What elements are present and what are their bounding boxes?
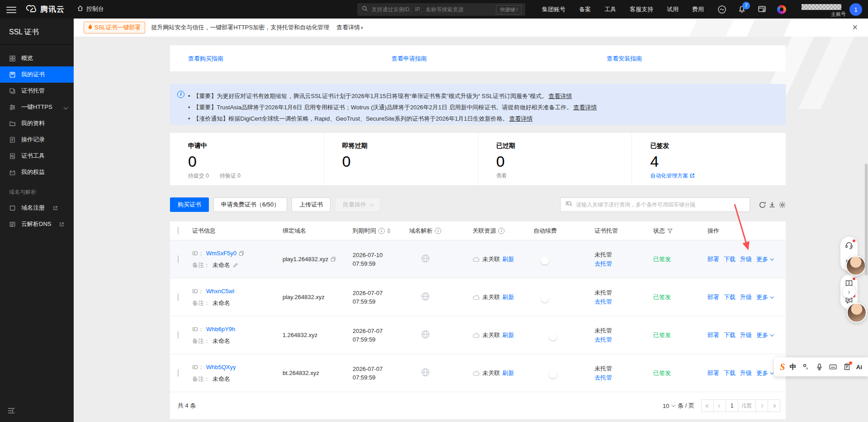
masked-username[interactable] [802,4,841,10]
buy-cert-button[interactable]: 购买证书 [170,197,209,212]
ime-ai-button[interactable]: Ai [856,364,862,370]
user-avatar[interactable]: 1 [849,3,862,16]
assistant-avatar[interactable] [847,303,867,323]
select-all-checkbox[interactable] [178,227,179,234]
console-settings-icon[interactable] [757,5,767,14]
refresh-link[interactable]: 刷新 [502,293,514,301]
handwriting-icon[interactable] [801,362,810,371]
sidebar-item-my-benefits[interactable]: 我的权益 [0,164,74,180]
download-link[interactable]: 下载 [724,255,736,263]
copy-icon[interactable] [239,251,244,256]
sidebar-item-overview[interactable]: 概览 [0,50,74,66]
buy-guide-link[interactable]: 查看购买指南 [188,55,223,63]
hamburger-menu-icon[interactable] [6,5,16,13]
table-row[interactable]: ID：Whb5QXyy 备注：未命名 bt.264832.xyz 2026-07… [170,354,786,392]
upgrade-link[interactable]: 升级 [740,331,752,339]
keyboard-icon[interactable] [829,362,838,371]
current-page[interactable]: 1 [726,399,738,412]
refresh-link[interactable]: 刷新 [502,369,514,377]
nav-icp[interactable]: 备案 [579,5,591,14]
more-link[interactable]: 更多 [756,255,773,263]
download-link[interactable]: 下载 [724,331,736,339]
notification-bell-icon[interactable]: 7 [737,5,747,14]
deploy-link[interactable]: 部署 [708,331,719,339]
notice-detail-link[interactable]: 查看详情 [548,93,572,99]
global-search[interactable]: 快捷键 / [357,3,525,16]
sidebar-item-cert-hosting[interactable]: 证书托管 [0,83,74,99]
page-size-select[interactable]: 10 [663,403,674,409]
to-host-link[interactable]: 去托管 [594,259,653,268]
banner-badge[interactable]: SSL证书一键部署 [84,22,145,33]
sidebar-item-one-click-https[interactable]: 一键HTTPS [0,99,74,115]
download-link[interactable]: 下载 [724,369,736,377]
row-checkbox[interactable] [178,293,179,301]
row-checkbox[interactable] [178,331,179,339]
to-host-link[interactable]: 去托管 [594,297,653,306]
copy-icon[interactable] [330,257,336,262]
close-icon[interactable]: ✕ [852,23,858,32]
promo-pinwheel-icon[interactable] [777,5,787,14]
info-icon[interactable]: i [498,228,505,234]
more-link[interactable]: 更多 [756,331,773,339]
globe-icon[interactable] [421,371,430,378]
row-checkbox[interactable] [178,255,179,263]
to-host-link[interactable]: 去托管 [594,335,653,344]
settings-gear-icon[interactable] [778,200,787,209]
edit-pencil-icon[interactable] [233,263,238,268]
view-expired-link[interactable]: 查看 [496,172,507,180]
globe-icon[interactable] [421,295,430,302]
vertical-scrollbar[interactable] [865,164,868,276]
apply-guide-link[interactable]: 查看申请指南 [392,55,427,63]
sidebar-item-domain-register[interactable]: 域名注册 [0,200,74,216]
table-row[interactable]: ID：WhxnC5wl 备注：未命名 play.264832.xyz 2026-… [170,278,786,316]
prev-page-button[interactable] [713,399,726,412]
info-icon[interactable]: i [435,228,441,234]
notice-detail-link[interactable]: 查看详情 [573,104,597,111]
sogou-logo-icon[interactable]: S [780,362,785,372]
globe-icon[interactable] [421,258,430,264]
tencent-cloud-logo[interactable]: 腾讯云 [25,4,65,14]
sidebar-item-dns[interactable]: 云解析DNS [0,216,74,232]
sidebar-item-my-profile[interactable]: 我的资料 [0,115,74,131]
automation-plan-link[interactable]: 自动化管理方案 [650,172,695,180]
upgrade-link[interactable]: 升级 [740,255,752,263]
nav-trial[interactable]: 试用 [667,5,679,14]
customer-service-headset-icon[interactable] [844,240,854,250]
upgrade-link[interactable]: 升级 [740,293,752,301]
notice-detail-link[interactable]: 查看详情 [509,115,533,122]
clipboard-icon[interactable] [842,362,851,371]
assistant-icon[interactable] [717,5,727,14]
nav-billing[interactable]: 费用 [692,5,704,14]
refresh-link[interactable]: 刷新 [502,331,514,339]
nav-tools[interactable]: 工具 [604,5,616,14]
filter-funnel-icon[interactable] [667,228,673,234]
download-link[interactable]: 下载 [724,293,736,301]
deploy-link[interactable]: 部署 [708,293,719,301]
nav-support[interactable]: 客服支持 [630,5,653,14]
nav-group-account[interactable]: 集团账号 [542,5,566,14]
console-link[interactable]: 控制台 [77,5,104,13]
cert-search-box[interactable] [560,197,750,212]
last-page-button[interactable] [768,399,780,412]
apply-free-cert-button[interactable]: 申请免费证书（6/50） [213,197,287,212]
global-search-input[interactable] [372,6,496,13]
sidebar-item-cert-tools[interactable]: 证书工具 [0,148,74,164]
cert-id-link[interactable]: Whb5QXyy [206,364,236,370]
sort-icon[interactable] [387,226,391,235]
table-row[interactable]: ID：Whb6pY9h 备注：未命名 1.264832.xyz 2026-07-… [170,316,786,354]
banner-detail-link[interactable]: 查看详情› [336,23,363,32]
upload-cert-button[interactable]: 上传证书 [292,197,330,212]
refresh-link[interactable]: 刷新 [502,255,514,263]
deploy-link[interactable]: 部署 [708,369,719,377]
more-link[interactable]: 更多 [756,293,773,301]
install-guide-link[interactable]: 查看安装指南 [607,55,642,63]
cert-search-input[interactable] [576,202,745,208]
microphone-icon[interactable] [815,362,824,371]
download-icon[interactable] [768,200,777,209]
globe-icon[interactable] [421,333,430,340]
deploy-link[interactable]: 部署 [708,255,719,263]
row-checkbox[interactable] [178,369,179,377]
info-icon[interactable]: i [378,228,385,234]
collapse-chevron-button[interactable]: › [843,286,855,298]
cert-id-link[interactable]: Whb6pY9h [206,326,235,333]
